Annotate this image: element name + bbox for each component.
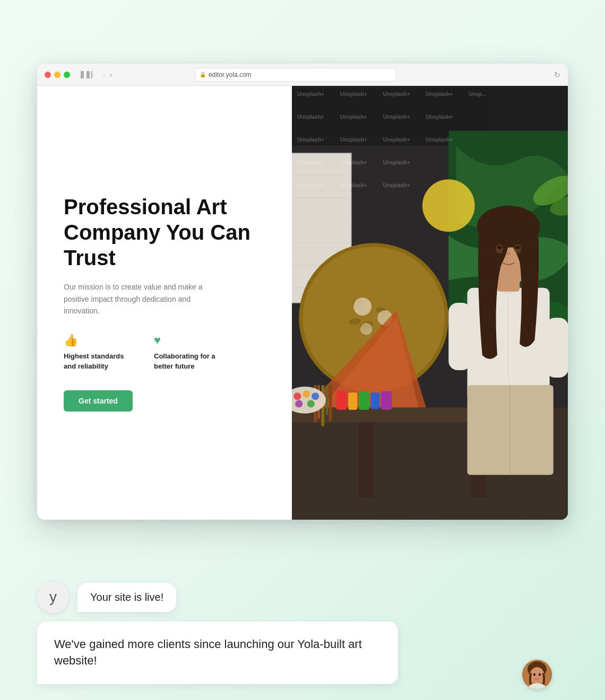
maximize-button[interactable] [64, 72, 70, 78]
chat-row-2: We've gained more clients since launchin… [37, 622, 568, 684]
yola-avatar-letter: y [49, 589, 57, 606]
heart-icon: ♥ [154, 334, 223, 347]
user-avatar [522, 660, 552, 689]
feature-item-collaborating: ♥ Collaborating for a better future [154, 334, 223, 371]
close-button[interactable] [45, 72, 51, 78]
thumbs-up-icon: 👍 [64, 334, 133, 347]
features-row: 👍 Highest standards and reliability ♥ Co… [64, 334, 265, 371]
art-scene: Unsplash+ Unsplash+ Unsplash+ Unsplash+ … [292, 86, 568, 520]
get-started-button[interactable]: Get started [64, 390, 133, 412]
svg-point-78 [530, 667, 544, 684]
chat-row-1: y Your site is live! [37, 581, 568, 613]
chat-section: y Your site is live! We've gained more c… [37, 581, 568, 684]
feature-item-standards: 👍 Highest standards and reliability [64, 334, 133, 371]
minimize-button[interactable] [54, 72, 60, 78]
back-arrow-icon[interactable]: ‹ [102, 70, 107, 80]
yola-avatar: y [37, 581, 69, 613]
chat-bubble-2: We've gained more clients since launchin… [37, 622, 398, 684]
chat-bubble-1: Your site is live! [77, 583, 176, 612]
hero-left-panel: Professional Art Company You Can Trust O… [37, 86, 292, 520]
browser-chrome: ‹ › 🔒 editor.yola.com ↻ [37, 64, 568, 86]
chat-bubble-2-text: We've gained more clients since launchin… [54, 637, 362, 667]
feature-label-standards: Highest standards and reliability [64, 352, 133, 371]
url-text: editor.yola.com [209, 71, 392, 78]
hero-title: Professional Art Company You Can Trust [64, 194, 265, 270]
address-bar[interactable]: 🔒 editor.yola.com [195, 68, 396, 82]
chat-bubble-1-text: Your site is live! [90, 591, 163, 603]
svg-point-79 [533, 673, 535, 676]
forward-arrow-icon[interactable]: › [109, 70, 114, 80]
reload-icon[interactable]: ↻ [554, 71, 560, 79]
user-avatar-svg [522, 660, 552, 689]
browser-window: ‹ › 🔒 editor.yola.com ↻ Professional Art… [37, 64, 568, 520]
lock-icon: 🔒 [200, 72, 206, 77]
hero-description: Our mission is to create value and make … [64, 281, 212, 317]
hero-right-panel: Unsplash+ Unsplash+ Unsplash+ Unsplash+ … [292, 86, 568, 520]
svg-point-80 [539, 673, 541, 676]
unsplash-overlay: Unsplash+ Unsplash+ Unsplash+ Unsplash+ … [292, 86, 568, 520]
nav-arrows: ‹ › [102, 70, 113, 80]
sidebar-toggle-icon[interactable] [81, 71, 92, 78]
feature-label-collaborating: Collaborating for a better future [154, 352, 223, 371]
browser-content: Professional Art Company You Can Trust O… [37, 86, 568, 520]
traffic-lights [45, 72, 70, 78]
